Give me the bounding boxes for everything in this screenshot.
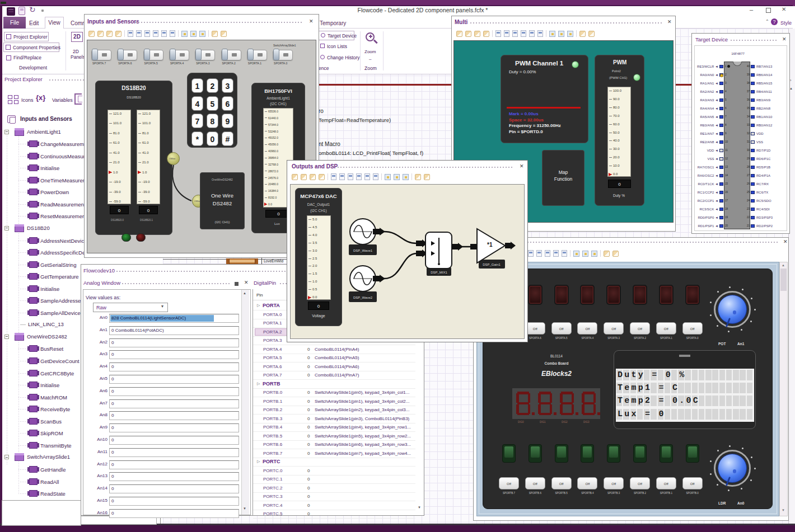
svg-text:DSP_Wave2: DSP_Wave2	[353, 296, 373, 299]
svg-text:*1: *1	[487, 242, 493, 248]
svg-text:DSP_MIX1: DSP_MIX1	[431, 271, 447, 274]
svg-text:DSP_Wave1: DSP_Wave1	[353, 249, 373, 252]
svg-text:DSP_Gain1: DSP_Gain1	[483, 263, 501, 266]
